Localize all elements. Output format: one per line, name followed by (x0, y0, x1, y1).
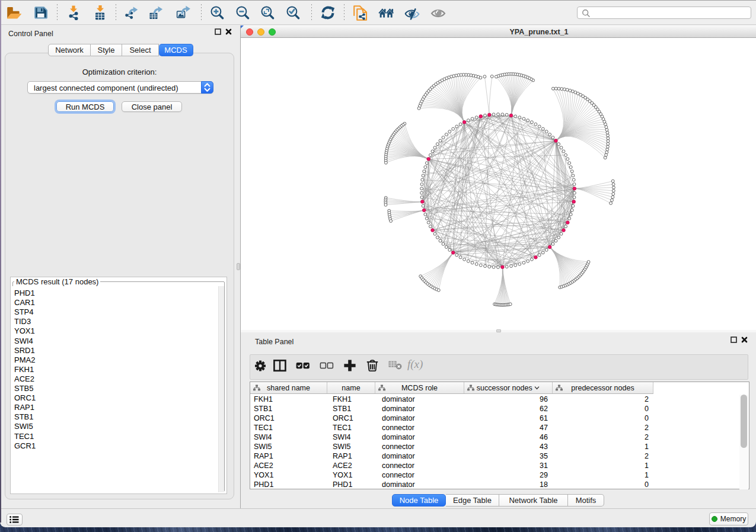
cell-name[interactable]: STB1 (333, 404, 351, 414)
tab-mcds[interactable]: MCDS (159, 44, 193, 56)
cell-succ[interactable]: 29 (464, 470, 548, 480)
dominator-node[interactable] (427, 158, 430, 161)
toggle-columns-icon[interactable] (272, 358, 288, 373)
search-input[interactable] (592, 8, 746, 18)
cell-pred[interactable]: 0 (553, 414, 649, 423)
mcds-result-item[interactable]: STP4 (14, 307, 34, 316)
cell-pred[interactable]: 2 (553, 451, 649, 461)
cell-shared_name[interactable]: ACE2 (254, 461, 273, 470)
table-scrollbar-thumb[interactable] (741, 395, 747, 448)
cell-succ[interactable]: 31 (464, 461, 548, 470)
cell-name[interactable]: ORC1 (333, 414, 353, 423)
cell-succ[interactable]: 35 (464, 451, 548, 461)
cell-shared_name[interactable]: PHD1 (254, 480, 273, 489)
run-mcds-button[interactable]: Run MCDS (56, 101, 114, 112)
cell-succ[interactable]: 96 (464, 395, 548, 404)
dominator-node[interactable] (487, 113, 491, 117)
dominator-node[interactable] (431, 229, 435, 232)
cell-name[interactable]: ACE2 (333, 461, 352, 470)
cell-name[interactable]: FKH1 (333, 395, 352, 404)
clone-network-icon[interactable] (353, 5, 368, 21)
column-header-name[interactable]: name (327, 382, 375, 393)
network-window-titlebar[interactable]: YPA_prune.txt_1 (241, 25, 756, 38)
tab-select[interactable]: Select (122, 44, 159, 56)
dominator-node[interactable] (573, 187, 576, 190)
cell-name[interactable]: TEC1 (333, 423, 352, 432)
tab-motifs[interactable]: Motifs (568, 494, 604, 507)
column-header-shared-name[interactable]: shared name (250, 382, 327, 393)
mcds-result-item[interactable]: SRD1 (14, 346, 35, 355)
mcds-result-item[interactable]: TEC1 (14, 432, 34, 441)
close-panel-button[interactable]: Close panel (122, 101, 182, 112)
dominator-node[interactable] (501, 265, 505, 269)
cell-shared_name[interactable]: TEC1 (254, 423, 273, 432)
cell-pred[interactable]: 1 (553, 470, 649, 480)
deselect-all-icon[interactable] (319, 358, 334, 373)
mcds-result-item[interactable]: PHD1 (14, 289, 35, 297)
column-header-successor-nodes[interactable]: successor nodes (464, 382, 553, 393)
close-panel-icon[interactable] (225, 28, 232, 35)
dominator-node[interactable] (572, 200, 576, 204)
search-box[interactable] (577, 7, 751, 19)
save-file-icon[interactable] (34, 5, 49, 21)
mcds-result-item[interactable]: ORC1 (14, 393, 36, 402)
delete-table-icon[interactable] (388, 358, 403, 373)
dominator-node[interactable] (451, 251, 455, 255)
cell-pred[interactable]: 1 (553, 442, 649, 451)
mcds-result-item[interactable]: GCR1 (14, 441, 36, 450)
float-table-panel-icon[interactable] (731, 336, 737, 343)
cell-role[interactable]: dominator (382, 451, 415, 461)
network-canvas[interactable] (241, 38, 756, 330)
cell-succ[interactable]: 47 (464, 423, 548, 432)
sort-chevron-icon[interactable] (534, 386, 540, 390)
import-network-icon[interactable] (66, 5, 81, 21)
mcds-result-item[interactable]: YOX1 (14, 326, 35, 335)
add-column-icon[interactable] (342, 358, 358, 373)
cell-role[interactable]: dominator (382, 404, 415, 414)
hide-panel-eye-icon[interactable] (404, 5, 420, 21)
cell-role[interactable]: connector (382, 442, 414, 451)
cell-role[interactable]: connector (382, 461, 414, 470)
optimization-criterion-select[interactable]: largest connected component (undirected) (27, 81, 213, 94)
float-panel-icon[interactable] (215, 28, 221, 35)
cell-succ[interactable]: 62 (464, 404, 548, 414)
cell-shared_name[interactable]: YOX1 (254, 470, 273, 480)
tab-style[interactable]: Style (91, 44, 122, 56)
cell-shared_name[interactable]: SWI4 (254, 432, 272, 442)
mcds-result-item[interactable]: STB1 (14, 412, 34, 421)
dominator-node[interactable] (420, 200, 424, 204)
refresh-icon[interactable] (320, 5, 336, 21)
cell-name[interactable]: PHD1 (333, 480, 352, 489)
home-icon[interactable] (378, 5, 394, 21)
mcds-result-item[interactable]: PMA2 (14, 355, 35, 364)
tab-network-table[interactable]: Network Table (499, 494, 568, 507)
export-network-icon[interactable] (124, 5, 139, 21)
tab-network[interactable]: Network (48, 44, 91, 56)
mcds-result-item[interactable]: SWI5 (14, 422, 33, 431)
mcds-result-item[interactable]: FKH1 (14, 365, 34, 374)
mcds-result-item[interactable]: SWI4 (14, 336, 33, 345)
cell-pred[interactable]: 2 (553, 423, 649, 432)
cell-role[interactable]: dominator (382, 480, 415, 489)
cell-succ[interactable]: 61 (464, 414, 548, 423)
cell-shared_name[interactable]: RAP1 (254, 451, 273, 461)
cell-shared_name[interactable]: ORC1 (254, 414, 275, 423)
export-table-icon[interactable] (148, 5, 164, 21)
cell-shared_name[interactable]: SWI5 (254, 442, 272, 451)
mcds-result-item[interactable]: RAP1 (14, 403, 34, 412)
cell-role[interactable]: dominator (382, 414, 415, 423)
close-table-panel-icon[interactable] (741, 336, 748, 343)
cell-succ[interactable]: 18 (464, 480, 548, 489)
dominator-node[interactable] (566, 221, 569, 225)
delete-column-icon[interactable] (365, 358, 380, 373)
mcds-result-item[interactable]: CAR1 (14, 298, 35, 307)
mcds-result-list[interactable]: PHD1CAR1STP4TID3YOX1SWI4SRD1PMA2FKH1ACE2… (11, 286, 220, 493)
dominator-node[interactable] (462, 120, 466, 124)
task-history-button[interactable] (7, 514, 23, 525)
column-header-predecessor-nodes[interactable]: predecessor nodes (553, 382, 653, 393)
import-table-icon[interactable] (92, 5, 108, 21)
result-list-scrollbar[interactable] (218, 286, 224, 492)
table-scrollbar[interactable] (739, 395, 748, 489)
dominator-node[interactable] (562, 229, 566, 232)
tab-edge-table[interactable]: Edge Table (446, 494, 499, 507)
